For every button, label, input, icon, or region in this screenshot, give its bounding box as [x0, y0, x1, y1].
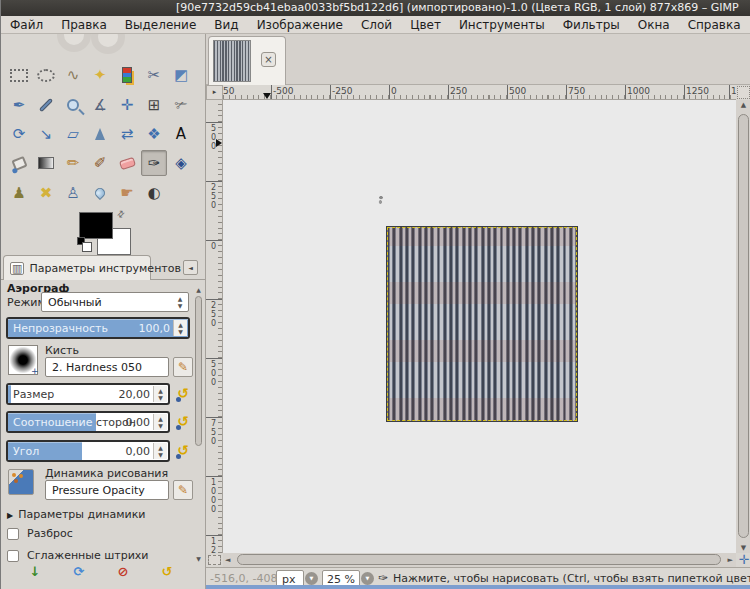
- swap-colors-icon[interactable]: ⇄: [115, 208, 127, 220]
- jitter-checkbox[interactable]: [7, 528, 19, 540]
- scroll-up-icon[interactable]: ▲: [194, 286, 203, 293]
- tool-eraser-icon[interactable]: [114, 150, 140, 176]
- edit-dynamics-button[interactable]: ✎: [173, 480, 193, 500]
- dynamics-field[interactable]: Pressure Opacity: [45, 480, 169, 500]
- smooth-stroke-checkbox-row[interactable]: Сглаженные штрихи: [7, 549, 149, 562]
- horizontal-scrollbar[interactable]: ◄ ►: [223, 553, 736, 567]
- menu-item-10[interactable]: Справка: [679, 17, 750, 33]
- scroll-down-icon[interactable]: ▼: [736, 544, 750, 552]
- tool-flip-icon[interactable]: ⇄: [114, 121, 140, 147]
- tool-scissors-select-icon[interactable]: ✂: [141, 62, 167, 88]
- tool-rotate-icon[interactable]: ⟳: [6, 121, 32, 147]
- delete-options-button[interactable]: ⊘: [113, 563, 133, 583]
- reset-aspect-ratio-button[interactable]: ↺: [173, 412, 193, 432]
- scroll-right-icon[interactable]: ►: [728, 553, 733, 567]
- tool-ellipse-select-icon[interactable]: [33, 62, 59, 88]
- image-layer[interactable]: [387, 227, 577, 421]
- save-options-button[interactable]: ↓: [25, 563, 45, 583]
- crop-glyph: ✃: [175, 98, 188, 113]
- menu-item-9[interactable]: Окна: [629, 17, 679, 33]
- menu-item-6[interactable]: Цвет: [401, 17, 450, 33]
- tool-measure-icon[interactable]: ∡: [87, 92, 113, 118]
- tool-clone-icon[interactable]: ♟: [6, 180, 32, 206]
- smooth-stroke-checkbox[interactable]: [7, 550, 19, 562]
- tool-rect-select-icon[interactable]: [6, 62, 32, 88]
- ruler-label: 1500: [731, 86, 736, 96]
- tool-gradient-icon[interactable]: [33, 150, 59, 176]
- tool-color-picker-icon[interactable]: [33, 92, 59, 118]
- quick-mask-toggle[interactable]: [208, 555, 221, 565]
- angle-slider[interactable]: Угол0,00Угол0,00▲▼: [6, 440, 170, 462]
- vertical-scrollbar[interactable]: ▲ ▼: [736, 100, 750, 553]
- tool-fuzzy-select-icon[interactable]: ✦: [87, 62, 113, 88]
- menu-item-2[interactable]: Выделение: [116, 17, 205, 33]
- tool-foreground-select-icon[interactable]: ◩: [168, 62, 194, 88]
- reset-size-button[interactable]: ↺: [173, 384, 193, 404]
- pencil-glyph: ✏: [67, 156, 80, 171]
- tool-perspective-icon[interactable]: [87, 121, 113, 147]
- scroll-left-icon[interactable]: ◄: [225, 553, 230, 567]
- tool-bucket-fill-icon[interactable]: [6, 150, 32, 176]
- tool-crop-icon[interactable]: ✃: [168, 92, 194, 118]
- mode-spinner[interactable]: ▲▼: [173, 294, 187, 310]
- canvas-viewport[interactable]: [223, 100, 736, 553]
- scroll-up-icon[interactable]: ▲: [736, 101, 750, 109]
- tool-dodge-burn-icon[interactable]: ◐: [141, 180, 167, 206]
- tool-blur-sharpen-icon[interactable]: [87, 180, 113, 206]
- tool-align-icon[interactable]: ⊞: [141, 92, 167, 118]
- opacity-slider[interactable]: Непрозрачность100,0Непрозрачность100,0▲▼: [6, 317, 190, 339]
- menu-item-4[interactable]: Изображение: [248, 17, 352, 33]
- dynamics-icon[interactable]: [8, 469, 34, 495]
- zoom-follow-window-toggle[interactable]: [737, 86, 750, 99]
- unit-dropdown-icon[interactable]: ▼: [305, 572, 318, 585]
- tool-ink-icon[interactable]: ◈: [168, 150, 194, 176]
- tool-cage-transform-icon[interactable]: ❖: [141, 121, 167, 147]
- restore-options-button[interactable]: ⟳: [69, 563, 89, 583]
- menu-item-0[interactable]: Файл: [1, 17, 52, 33]
- aspect-ratio-slider[interactable]: Соотношение сторон0,00Соотношение сторон…: [6, 411, 170, 433]
- image-tab[interactable]: ×: [208, 36, 286, 85]
- menu-item-7[interactable]: Инструменты: [450, 17, 554, 33]
- foreground-color-swatch[interactable]: [79, 212, 113, 239]
- navigation-button[interactable]: ✛: [737, 552, 750, 567]
- vertical-ruler[interactable]: 750500250025050075010001250: [206, 100, 223, 553]
- tool-heal-icon[interactable]: ✖: [33, 180, 59, 206]
- tool-airbrush-icon[interactable]: ✑: [141, 150, 167, 176]
- close-tab-button[interactable]: ×: [261, 52, 276, 67]
- tool-move-icon[interactable]: ✛: [114, 92, 140, 118]
- tool-text-icon[interactable]: A: [168, 121, 194, 147]
- reset-angle-button[interactable]: ↺: [173, 441, 193, 461]
- edit-brush-button[interactable]: ✎: [173, 357, 193, 377]
- tool-select-by-color-icon[interactable]: [114, 62, 140, 88]
- tool-smudge-icon[interactable]: ☛: [114, 180, 140, 206]
- horizontal-scrollbar-thumb[interactable]: [237, 554, 721, 565]
- scroll-down-icon[interactable]: ▼: [194, 555, 203, 562]
- menu-item-5[interactable]: Слой: [352, 17, 401, 33]
- tool-scale-icon[interactable]: ↘: [33, 121, 59, 147]
- tool-paintbrush-icon[interactable]: ✐: [87, 150, 113, 176]
- brush-name-field[interactable]: 2. Hardness 050: [45, 357, 169, 377]
- menu-item-3[interactable]: Вид: [205, 17, 247, 33]
- zoom-dropdown-icon[interactable]: ▼: [361, 572, 374, 585]
- default-colors-icon[interactable]: [77, 237, 85, 245]
- ruler-corner-button[interactable]: ▸: [206, 85, 223, 100]
- dynamics-options-expander[interactable]: ▶Параметры динамики: [7, 508, 145, 521]
- menu-item-1[interactable]: Правка: [52, 17, 116, 33]
- tool-pencil-icon[interactable]: ✏: [60, 150, 86, 176]
- tool-zoom-icon[interactable]: [60, 92, 86, 118]
- tool-paths-icon[interactable]: ✒: [6, 92, 32, 118]
- size-slider[interactable]: Размер20,00Размер20,00▲▼: [6, 383, 170, 405]
- vertical-scrollbar-thumb[interactable]: [738, 114, 749, 538]
- tool-shear-icon[interactable]: ▱: [60, 121, 86, 147]
- tab-tool-options[interactable]: ▥ Параметры инструментов: [3, 255, 151, 280]
- menu-item-8[interactable]: Фильтры: [554, 17, 629, 33]
- scrollbar-thumb[interactable]: [195, 296, 202, 446]
- jitter-checkbox-row[interactable]: Разброс: [7, 527, 73, 540]
- tool-options-scrollbar[interactable]: ▲ ▼: [194, 286, 203, 562]
- tool-perspective-clone-icon[interactable]: ♙: [60, 180, 86, 206]
- reset-options-button[interactable]: ↺: [157, 563, 177, 583]
- mode-select[interactable]: Обычный ▲▼: [41, 292, 189, 312]
- tool-free-select-icon[interactable]: ∿: [60, 62, 86, 88]
- horizontal-ruler[interactable]: -750-500-2500250500750100012501500: [223, 85, 736, 100]
- dock-menu-button[interactable]: ◄: [183, 260, 198, 275]
